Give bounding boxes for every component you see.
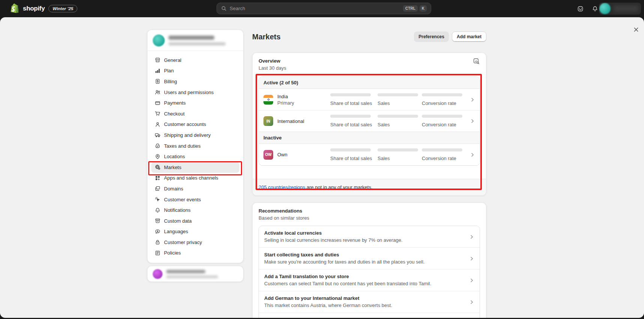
sidebar-item-label: Markets (164, 165, 181, 170)
sidebar-item-taxes-and-duties[interactable]: Taxes and duties (151, 141, 239, 151)
recommendation-row-activate-local-currencies[interactable]: Activate local currenciesSelling in loca… (259, 226, 480, 247)
user-avatar (153, 269, 163, 279)
market-name: Own (277, 152, 287, 157)
add-market-button[interactable]: Add market (452, 31, 486, 42)
topbar: shopify Winter ’25 CTRL K (0, 0, 644, 17)
sidebar-item-custom-data[interactable]: Custom data (151, 216, 239, 226)
sidebar-item-apps-and-sales-channels[interactable]: Apps and sales channels (151, 173, 239, 184)
store-avatar (153, 34, 165, 46)
cursor-spark-icon (155, 196, 161, 202)
sidebar-item-locations[interactable]: Locations (151, 151, 239, 162)
metric-share-of-total-sales: Share of total sales (330, 115, 378, 127)
recommendation-description: Selling in local currencies increases re… (264, 237, 465, 244)
recommendation-row-add-a-tamil-translation-to-your-store[interactable]: Add a Tamil translation to your storeCus… (259, 269, 480, 291)
brand: shopify Winter ’25 (10, 3, 77, 13)
sidebar-item-label: Customer privacy (164, 240, 202, 245)
close-icon[interactable] (631, 25, 641, 34)
sidebar-item-notifications[interactable]: Notifications (151, 205, 239, 216)
sidebar-item-checkout[interactable]: Checkout (151, 108, 239, 119)
market-row-international[interactable]: INInternationalShare of total salesSales… (259, 110, 480, 132)
sidebar-item-label: Taxes and duties (164, 143, 201, 149)
recommendation-description: This market contains Austria, where Germ… (264, 302, 465, 309)
store-icon (155, 57, 161, 63)
metric-label: Conversion rate (422, 122, 468, 127)
skeleton-value-bar (378, 115, 418, 118)
recommendations-card: Recommendations Based on similar stores … (252, 202, 486, 318)
sidebar-item-label: Locations (164, 154, 185, 159)
skeleton-value-bar (378, 148, 418, 151)
chevron-right-icon[interactable] (468, 152, 475, 157)
market-name: International (277, 118, 304, 124)
skeleton-value-bar (330, 115, 371, 118)
sidebar-item-label: Custom data (164, 218, 192, 224)
search-input[interactable] (230, 6, 400, 11)
sidebar-item-users-and-permissions[interactable]: Users and permissions (151, 87, 239, 98)
chevron-right-icon[interactable] (469, 234, 474, 240)
recommendation-title: Add German to your International market (264, 295, 465, 302)
recommendation-title: Start collecting taxes and duties (264, 252, 465, 258)
metric-conversion-rate: Conversion rate (422, 93, 468, 106)
markets-list: Active (2 of 50)IndiaPrimaryShare of tot… (259, 76, 480, 166)
brand-wordmark: shopify (23, 5, 45, 12)
metric-share-of-total-sales: Share of total sales (330, 148, 378, 161)
bell-icon[interactable] (592, 6, 598, 12)
sidebar-item-customer-accounts[interactable]: Customer accounts (151, 119, 239, 130)
chevron-right-icon[interactable] (469, 278, 474, 283)
market-row-india[interactable]: IndiaPrimaryShare of total salesSalesCon… (259, 89, 480, 110)
sidebar-item-billing[interactable]: Billing (151, 76, 239, 87)
sidebar-item-customer-privacy[interactable]: Customer privacy (151, 237, 239, 248)
settings-sidebar: GeneralPlanBillingUsers and permissionsP… (147, 30, 244, 263)
user-name-redacted (166, 270, 218, 278)
sidebar-item-languages[interactable]: Languages (151, 226, 239, 237)
recommendation-row-add-german-to-your-international-market[interactable]: Add German to your International marketT… (259, 291, 480, 313)
apps-grid-icon (155, 175, 161, 181)
store-header (147, 30, 243, 51)
avatar (599, 3, 611, 14)
person-icon (155, 121, 161, 127)
sidebar-item-customer-events[interactable]: Customer events (151, 194, 239, 205)
skeleton-value-bar (378, 93, 418, 96)
countries-regions-link[interactable]: 205 countries/regions (259, 184, 305, 190)
shopify-logo-icon[interactable] (10, 3, 19, 13)
billing-icon (155, 78, 161, 84)
skeleton-value-bar (422, 148, 462, 151)
sidebar-item-general[interactable]: General (151, 55, 239, 66)
skeleton-value-bar (330, 148, 371, 151)
chevron-right-icon[interactable] (468, 118, 475, 124)
sidebar-item-label: Checkout (164, 111, 185, 117)
chevron-right-icon[interactable] (468, 97, 475, 102)
metric-conversion-rate: Conversion rate (422, 115, 468, 127)
sidebar-item-label: Plan (164, 68, 174, 73)
overview-card: Overview Last 30 days Active (2 of 50)In… (252, 52, 486, 196)
recommendation-row-add-more-markets[interactable]: Add more markets (259, 313, 480, 318)
sidebar-item-domains[interactable]: Domains (151, 183, 239, 194)
sidebar-item-policies[interactable]: Policies (151, 248, 239, 259)
metric-sales: Sales (378, 93, 422, 106)
chevron-right-icon[interactable] (469, 256, 474, 261)
metric-conversion-rate: Conversion rate (422, 148, 468, 161)
report-magnifier-icon[interactable] (473, 58, 480, 65)
sidebar-item-markets[interactable]: $Markets (151, 162, 239, 173)
recommendation-row-start-collecting-taxes-and-duties[interactable]: Start collecting taxes and dutiesMake su… (259, 247, 480, 269)
logged-in-user-card[interactable] (147, 266, 244, 282)
overview-title: Overview (259, 58, 286, 64)
lock-icon (155, 239, 161, 245)
sidebar-item-label: Policies (164, 250, 181, 256)
account-menu[interactable] (599, 3, 641, 15)
chevron-right-icon[interactable] (469, 300, 474, 305)
skeleton-value-bar (422, 93, 462, 96)
domains-icon (155, 186, 161, 192)
sidebar-item-plan[interactable]: Plan (151, 66, 239, 76)
search-bar[interactable]: CTRL K (217, 3, 431, 14)
metric-label: Share of total sales (330, 156, 378, 161)
market-row-own[interactable]: OWOwnShare of total salesSalesConversion… (259, 144, 480, 165)
metric-share-of-total-sales: Share of total sales (330, 93, 378, 106)
bell-icon-gray (155, 207, 161, 213)
sidebar-item-payments[interactable]: Payments (151, 97, 239, 108)
svg-text:$: $ (158, 168, 159, 170)
sidekick-icon[interactable] (577, 6, 584, 12)
preferences-button[interactable]: Preferences (414, 31, 449, 42)
sidebar-item-shipping-and-delivery[interactable]: Shipping and delivery (151, 130, 239, 141)
sidebar-item-label: Domains (164, 186, 183, 192)
india-flag-icon (263, 95, 273, 105)
